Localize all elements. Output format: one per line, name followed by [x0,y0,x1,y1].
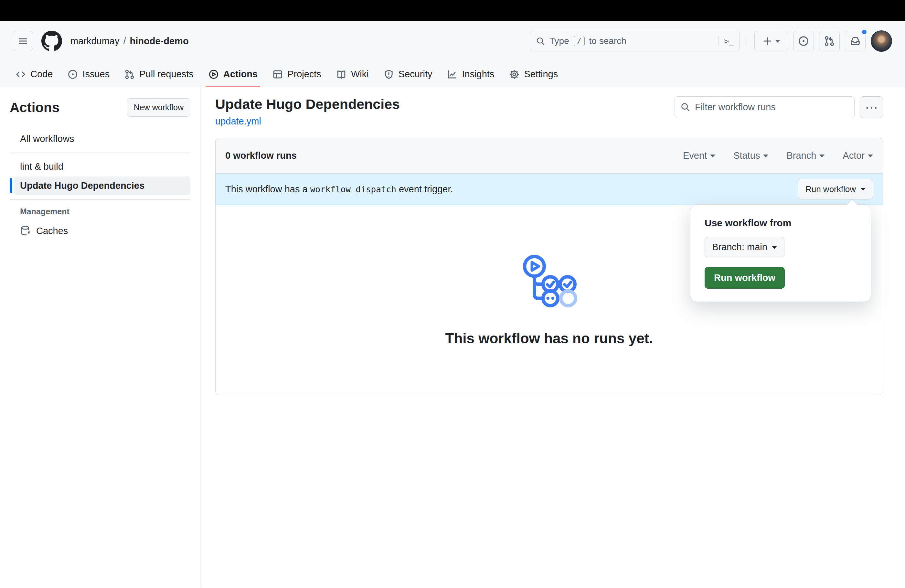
play-icon [208,69,219,79]
workflow-dispatch-banner: This workflow has a workflow_dispatch ev… [216,173,883,205]
slash-keycap: / [574,36,585,46]
header-right: Type / to search >_ [530,30,892,52]
git-pull-request-icon [124,69,135,79]
code-icon [16,69,26,79]
tab-label: Actions [223,69,257,79]
tab-issues[interactable]: Issues [62,61,115,87]
chevron-down-icon [710,154,715,160]
tab-insights[interactable]: Insights [442,61,499,87]
tab-label: Issues [83,69,110,79]
notification-dot [861,29,868,35]
sidebar-item-lint-and-build[interactable]: lint & build [14,157,191,176]
graph-icon [447,69,457,79]
tab-label: Projects [287,69,321,79]
run-workflow-label: Run workflow [805,184,856,194]
sidebar-item-caches[interactable]: Caches [14,221,191,240]
workflow-header: Update Hugo Dependencies update.yml ⋯ [215,96,883,127]
tab-pull-requests[interactable]: Pull requests [119,61,199,87]
command-palette-icon[interactable]: >_ [719,37,734,46]
filter-label: Actor [843,150,865,161]
workflow-runs-box: 0 workflow runs Event Status Branch [215,138,883,395]
issue-opened-icon [68,69,78,79]
tab-label: Wiki [351,69,369,79]
filter-label: Event [683,150,707,161]
octocat-icon [41,31,62,51]
runs-list-header: 0 workflow runs Event Status Branch [216,138,883,173]
sidebar-divider [10,199,191,200]
chevron-down-icon [868,154,873,160]
issues-dashboard-button[interactable] [793,31,814,51]
repo-tab-bar: Code Issues Pull requests Actions Projec… [0,61,905,87]
status-filter-dropdown[interactable]: Status [734,150,768,161]
search-placeholder-prefix: Type [549,36,569,46]
banner-code: workflow_dispatch [310,184,396,194]
sidebar-item-label: Caches [36,226,68,236]
more-options-button[interactable]: ⋯ [860,96,883,118]
sidebar-header: Actions New workflow [10,98,191,117]
workflow-graph-icon [518,253,580,309]
breadcrumb: markdumay / hinode-demo [70,36,189,46]
sidebar-item-all-workflows[interactable]: All workflows [14,130,191,148]
hamburger-icon [18,36,28,46]
workflow-title-block: Update Hugo Dependencies update.yml [215,96,400,127]
breadcrumb-owner[interactable]: markdumay [70,36,119,46]
branch-selector-button[interactable]: Branch: main [705,237,784,257]
tab-security[interactable]: Security [378,61,438,87]
tab-wiki[interactable]: Wiki [331,61,374,87]
table-icon [273,69,283,79]
hamburger-menu-button[interactable] [13,31,33,51]
github-logo[interactable] [41,31,62,51]
top-black-bar [0,0,905,21]
tab-actions[interactable]: Actions [203,61,263,87]
chevron-down-icon [772,246,777,251]
runs-filter-dropdowns: Event Status Branch Actor [683,150,873,161]
main-content: Update Hugo Dependencies update.yml ⋯ 0 … [200,87,905,588]
filter-workflow-runs-input[interactable] [675,96,854,118]
actor-filter-dropdown[interactable]: Actor [843,150,873,161]
inbox-icon [850,35,861,46]
pull-requests-dashboard-button[interactable] [819,31,840,51]
book-icon [336,69,346,79]
empty-state-message: This workflow has no runs yet. [445,331,653,346]
create-new-button[interactable] [754,31,788,51]
page-title: Update Hugo Dependencies [215,96,400,112]
workflow-file-link[interactable]: update.yml [215,116,261,126]
tab-code[interactable]: Code [10,61,58,87]
workflow-header-actions: ⋯ [675,96,883,118]
filter-container [675,96,854,118]
content-layout: Actions New workflow All workflows lint … [0,87,905,588]
global-search-input[interactable]: Type / to search >_ [530,31,740,51]
run-panel-title: Use workflow from [705,218,856,229]
search-icon [536,37,545,46]
sidebar-title: Actions [10,100,59,115]
inbox-button[interactable] [845,31,865,51]
shield-icon [384,69,394,79]
sidebar-item-update-hugo-dependencies[interactable]: Update Hugo Dependencies [14,176,191,195]
avatar[interactable] [871,30,892,52]
breadcrumb-repo[interactable]: hinode-demo [130,36,189,46]
breadcrumb-separator: / [124,36,126,46]
run-workflow-submit-button[interactable]: Run workflow [705,267,785,289]
issue-opened-icon [798,35,809,46]
tab-label: Insights [462,69,494,79]
banner-text-before: This workflow has a [225,184,308,194]
tab-label: Settings [524,69,558,79]
runs-count: 0 workflow runs [225,150,297,161]
header-left: markdumay / hinode-demo [13,31,189,51]
tab-settings[interactable]: Settings [504,61,563,87]
banner-text-after: event trigger. [399,184,453,194]
branch-filter-dropdown[interactable]: Branch [786,150,824,161]
search-placeholder-suffix: to search [589,36,626,46]
sidebar-divider [10,153,191,153]
new-workflow-button[interactable]: New workflow [127,98,191,117]
cache-database-icon [20,225,31,236]
event-filter-dropdown[interactable]: Event [683,150,715,161]
banner-message: This workflow has a workflow_dispatch ev… [225,184,453,195]
chevron-down-icon [819,154,824,160]
tab-label: Code [30,69,53,79]
run-workflow-dropdown-button[interactable]: Run workflow [798,179,873,199]
branch-selector-label: Branch: main [712,242,767,253]
header-divider [747,35,747,48]
tab-projects[interactable]: Projects [267,61,326,87]
github-header: markdumay / hinode-demo Type / to search… [0,21,905,61]
